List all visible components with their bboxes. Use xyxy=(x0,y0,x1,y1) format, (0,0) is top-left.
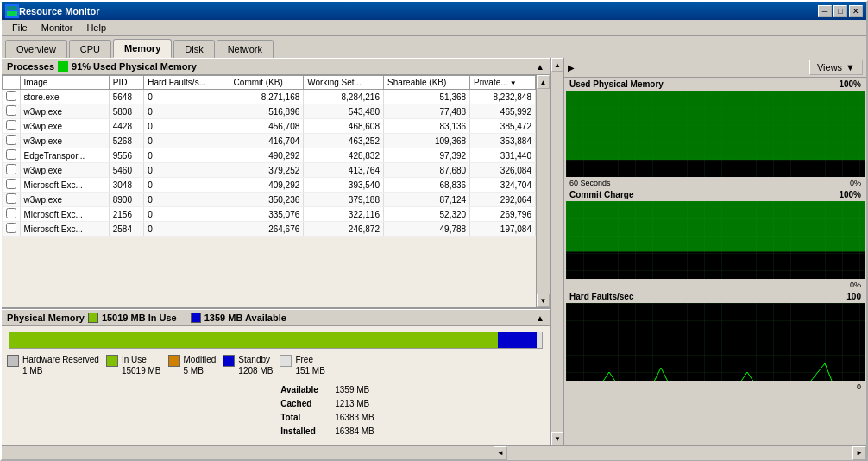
row-image: w3wp.exe xyxy=(20,104,109,119)
memory-collapse-btn[interactable]: ▲ xyxy=(536,313,544,323)
col-shareable[interactable]: Shareable (KB) xyxy=(383,76,469,90)
row-checkbox[interactable] xyxy=(6,208,16,218)
maximize-button[interactable]: □ xyxy=(833,5,847,17)
row-checkbox-cell[interactable] xyxy=(3,222,21,237)
physical-memory-section: Physical Memory 15019 MB In Use 1359 MB … xyxy=(2,307,550,445)
legend-label-inuse: In Use 15019 MB xyxy=(122,354,161,376)
row-commit: 264,676 xyxy=(230,222,304,237)
col-working[interactable]: Working Set... xyxy=(304,76,384,90)
row-commit: 350,236 xyxy=(230,193,304,207)
app-window: Resource Monitor ─ □ ✕ File Monitor Help… xyxy=(0,0,868,461)
row-checkbox[interactable] xyxy=(6,179,16,189)
row-checkbox[interactable] xyxy=(6,164,16,174)
row-checkbox[interactable] xyxy=(6,120,16,130)
stat-available: Available 1359 MB xyxy=(280,383,374,397)
row-checkbox[interactable] xyxy=(6,91,16,101)
status-bar-right: ◄ ► xyxy=(2,446,866,460)
svg-rect-1 xyxy=(7,11,17,16)
col-faults[interactable]: Hard Faults/s... xyxy=(144,76,230,90)
processes-scroll-area: Image PID Hard Faults/s... Commit (KB) W… xyxy=(2,75,550,307)
main-scrollbar[interactable]: ▲ ▼ xyxy=(550,58,564,445)
commit-charge-grid xyxy=(566,201,865,279)
views-button[interactable]: Views ▼ xyxy=(809,60,863,75)
row-checkbox-cell[interactable] xyxy=(3,134,21,148)
row-commit: 335,076 xyxy=(230,207,304,222)
tab-overview[interactable]: Overview xyxy=(5,40,67,58)
row-faults: 0 xyxy=(144,163,230,178)
legend-swatch-standby xyxy=(223,355,235,367)
used-memory-time: 60 Seconds xyxy=(569,179,611,187)
legend-swatch-modified xyxy=(168,355,180,367)
row-image: EdgeTranspor... xyxy=(20,148,109,163)
row-commit: 379,252 xyxy=(230,163,304,178)
row-checkbox[interactable] xyxy=(6,223,16,233)
row-image: Microsoft.Exc... xyxy=(20,178,109,193)
legend-label-reserved: Hardware Reserved 1 MB xyxy=(22,354,99,376)
row-checkbox-cell[interactable] xyxy=(3,148,21,163)
row-checkbox-cell[interactable] xyxy=(3,119,21,134)
row-checkbox[interactable] xyxy=(6,135,16,145)
menu-help[interactable]: Help xyxy=(79,21,113,35)
col-check[interactable] xyxy=(3,76,21,90)
memory-avail-text: 1359 MB Available xyxy=(204,313,286,323)
row-commit: 456,708 xyxy=(230,119,304,134)
row-private: 465,992 xyxy=(470,104,536,119)
hard-faults-zero: 0 xyxy=(857,382,861,391)
memory-stats: Available 1359 MB Cached 1213 MB Total 1… xyxy=(2,380,550,445)
processes-table-scroll[interactable]: Image PID Hard Faults/s... Commit (KB) W… xyxy=(2,75,536,237)
bottom-scrollbar-right[interactable]: ► xyxy=(852,446,866,460)
commit-charge-chart xyxy=(566,201,865,279)
commit-charge-label-row: Commit Charge 100% xyxy=(564,188,866,201)
row-image: Microsoft.Exc... xyxy=(20,207,109,222)
tab-network[interactable]: Network xyxy=(217,40,274,58)
stat-total-value: 16383 MB xyxy=(335,411,374,425)
bottom-scrollbar-left[interactable]: ◄ xyxy=(494,446,507,460)
row-checkbox[interactable] xyxy=(6,105,16,116)
scroll-up-btn[interactable]: ▲ xyxy=(537,75,550,89)
row-private: 326,084 xyxy=(470,163,536,178)
row-checkbox-cell[interactable] xyxy=(3,193,21,207)
col-pid[interactable]: PID xyxy=(109,76,143,90)
memory-inuse-text: 15019 MB In Use xyxy=(102,313,177,323)
col-commit[interactable]: Commit (KB) xyxy=(230,76,304,90)
processes-scrollbar[interactable]: ▲ ▼ xyxy=(536,75,550,307)
used-memory-label-row: Used Physical Memory 100% xyxy=(564,78,866,91)
row-image: Microsoft.Exc... xyxy=(20,222,109,237)
row-checkbox-cell[interactable] xyxy=(3,90,21,104)
tab-disk[interactable]: Disk xyxy=(173,40,214,58)
mem-inuse-bar xyxy=(9,332,497,348)
row-checkbox-cell[interactable] xyxy=(3,163,21,178)
row-pid: 5648 xyxy=(109,90,143,104)
scroll-down-btn[interactable]: ▼ xyxy=(537,294,550,307)
hard-faults-chart-section: Hard Faults/sec 100 xyxy=(564,290,866,445)
row-checkbox-cell[interactable] xyxy=(3,104,21,119)
play-button[interactable]: ▶ xyxy=(568,63,575,73)
row-faults: 0 xyxy=(144,104,230,119)
processes-collapse-btn[interactable]: ▲ xyxy=(536,62,544,72)
used-memory-percent: 100% xyxy=(839,79,861,89)
scroll-track[interactable] xyxy=(537,89,550,294)
col-private[interactable]: Private... xyxy=(470,76,536,90)
row-shareable: 51,368 xyxy=(383,90,469,104)
legend-label-free: Free 151 MB xyxy=(295,354,324,376)
menu-file[interactable]: File xyxy=(5,21,35,35)
row-checkbox-cell[interactable] xyxy=(3,207,21,222)
row-checkbox[interactable] xyxy=(6,193,16,204)
tab-memory[interactable]: Memory xyxy=(113,39,172,58)
tab-cpu[interactable]: CPU xyxy=(69,40,111,58)
minimize-button[interactable]: ─ xyxy=(818,5,832,17)
processes-status-indicator xyxy=(58,61,68,72)
svg-rect-8 xyxy=(566,303,865,381)
menu-monitor[interactable]: Monitor xyxy=(35,21,80,35)
row-shareable: 77,488 xyxy=(383,104,469,119)
title-bar-text: Resource Monitor xyxy=(19,6,818,16)
row-checkbox-cell[interactable] xyxy=(3,178,21,193)
main-scroll-up[interactable]: ▲ xyxy=(551,58,563,72)
close-button[interactable]: ✕ xyxy=(849,5,863,17)
col-image[interactable]: Image xyxy=(20,76,109,90)
row-pid: 5460 xyxy=(109,163,143,178)
main-content: Processes 91% Used Physical Memory ▲ xyxy=(2,58,866,445)
main-scroll-down[interactable]: ▼ xyxy=(551,432,563,445)
row-checkbox[interactable] xyxy=(6,149,16,160)
row-private: 324,704 xyxy=(470,178,536,193)
